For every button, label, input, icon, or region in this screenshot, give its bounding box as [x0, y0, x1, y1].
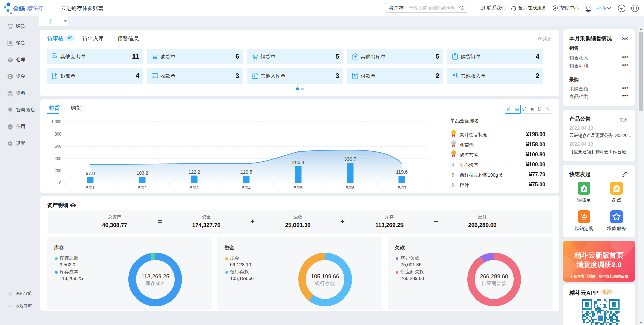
svg-text:3: 3 [453, 151, 454, 154]
svg-text:2: 2 [453, 141, 454, 144]
svg-text:1: 1 [453, 131, 454, 134]
